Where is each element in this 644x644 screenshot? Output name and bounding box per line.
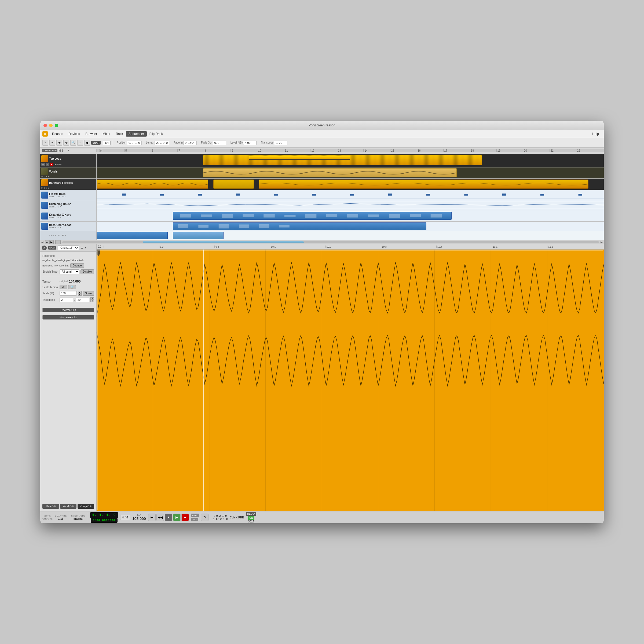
clip-bchord-lane1-a[interactable] — [97, 232, 168, 239]
timeline-mark-12: 12 — [310, 149, 337, 152]
transpose-semitones[interactable]: 2 — [60, 298, 73, 302]
track-content-bchord-3[interactable] — [97, 222, 604, 231]
track-content-expander[interactable] — [97, 210, 604, 221]
alt-button[interactable]: ALT — [191, 518, 198, 521]
dub-button[interactable]: DUB — [191, 514, 199, 517]
pos-l-value[interactable]: 9. 2. 1. 0 — [216, 514, 227, 517]
scale-button[interactable]: Scale — [83, 291, 94, 296]
bounce-button[interactable]: Bounce — [70, 263, 84, 268]
menu-rack[interactable]: Rack — [113, 131, 126, 137]
disable-button[interactable]: Disable — [81, 269, 94, 274]
fadeout-value[interactable]: 0. 0 — [213, 141, 226, 145]
time-sig[interactable]: 4 / 4 — [120, 515, 130, 520]
clip-vocals-1[interactable] — [203, 168, 457, 177]
seq-scrollbar[interactable]: ◀ ⏮ ▶ ▶ — [40, 240, 604, 244]
view-options-btn[interactable] — [55, 240, 61, 244]
stop-button[interactable]: ■ — [165, 514, 172, 521]
toolbar-tool-1[interactable]: ✎ — [42, 140, 48, 146]
seq-scrollbar-track[interactable] — [62, 241, 599, 243]
normalize-clip-button[interactable]: Normalize Clip — [42, 315, 94, 320]
level-value[interactable]: 4.99 — [243, 141, 257, 145]
tempo-value-t[interactable]: 105.000 — [132, 517, 146, 521]
detail-close-icon[interactable]: ✕ — [42, 246, 47, 250]
clip-expander-1[interactable] — [173, 212, 452, 220]
play-button[interactable]: ▶ — [173, 514, 181, 521]
grid-options-icon[interactable]: ✦ — [85, 246, 87, 249]
maximize-button[interactable] — [55, 124, 58, 127]
slice-edit-button[interactable]: Slice Edit — [42, 504, 59, 509]
clip-bass-midi[interactable] — [97, 191, 604, 199]
sync-mode-value[interactable]: Internal — [74, 517, 83, 520]
timeline-mark-5: 5 — [124, 149, 151, 152]
clip-hw-2[interactable] — [213, 180, 254, 189]
rewind-button[interactable]: ⏮ — [148, 514, 156, 521]
track-thumb-vocals — [41, 168, 48, 175]
transpose-down[interactable]: ▼ — [90, 300, 94, 302]
toolbar-tool-4[interactable]: ⊖ — [63, 140, 69, 146]
track-header-toploop: Top Loop M S ● ▶ IN▼ — [40, 154, 97, 167]
transport-prev-btn[interactable]: ⏮ — [45, 240, 49, 244]
comp-edit-button[interactable]: Comp Edit — [78, 504, 94, 509]
stretch-select[interactable]: Allround Rhythmic Melodic — [60, 269, 79, 274]
minimize-button[interactable] — [49, 124, 53, 127]
scale-pct-down[interactable]: ▼ — [78, 293, 82, 296]
track-content-bchord-1[interactable] — [97, 231, 604, 240]
transport-next-btn[interactable]: ▶ — [49, 240, 54, 244]
menu-mixer[interactable]: Mixer — [100, 131, 113, 137]
toolbar-tool-7[interactable]: ⏺ — [84, 140, 90, 146]
track-content-bass[interactable] — [97, 190, 604, 200]
transpose-cents[interactable]: 20 — [76, 298, 89, 302]
quantize-display[interactable]: 1/4 — [103, 141, 111, 145]
loop-button[interactable]: ↻ — [201, 514, 208, 521]
track-content-toploop[interactable] — [97, 154, 604, 167]
back-button[interactable]: ◀◀ — [156, 514, 164, 521]
quantize-value-t[interactable]: 1/16 — [58, 517, 63, 520]
scale-pct-up[interactable]: ▲ — [78, 291, 82, 293]
transpose-up[interactable]: ▲ — [90, 297, 94, 300]
track-content-hw[interactable] — [97, 179, 604, 190]
clip-bchord-lane1-b[interactable] — [173, 232, 224, 239]
track-rec-toploop[interactable]: ● — [50, 163, 53, 166]
clip-hw-1[interactable] — [97, 180, 208, 189]
menu-fliprack[interactable]: Flip Rack — [147, 131, 166, 137]
waveform-canvas[interactable] — [97, 250, 604, 511]
scroll-right-arrow[interactable]: ▶ — [601, 241, 603, 244]
grid-icon[interactable]: ☰ — [81, 246, 83, 249]
menu-browser[interactable]: Browser — [83, 131, 100, 137]
track-content-glistening[interactable] — [97, 200, 604, 210]
position-value[interactable]: 9. 2. 1. 0 — [127, 141, 142, 145]
seq-scrollbar-thumb[interactable] — [143, 241, 304, 243]
vocal-edit-button[interactable]: Vocal Edit — [60, 504, 77, 509]
lr-group: L 9. 2. 1. 0 R 17. 2. 1. 0 — [213, 514, 228, 521]
timeline-mark-44: 4/4 — [98, 149, 124, 152]
fadein-value[interactable]: 0. 180° — [183, 141, 197, 145]
pos-r-value[interactable]: 17. 2. 1. 0 — [216, 518, 228, 521]
toolbar-tool-5[interactable]: 🔍 — [70, 140, 76, 146]
record-button[interactable]: ● — [181, 514, 189, 521]
scale-x2-button[interactable]: x2 — [60, 285, 67, 289]
length-value[interactable]: 2. 0. 0. 0 — [155, 141, 169, 145]
menu-reason[interactable]: Reason — [49, 131, 66, 137]
toolbar-tool-6[interactable]: ↔ — [77, 140, 83, 146]
reverse-clip-button[interactable]: Reverse Clip — [42, 308, 94, 312]
menu-sequencer[interactable]: Sequencer — [126, 131, 147, 137]
scroll-left-arrow[interactable]: ◀ — [41, 241, 43, 244]
transpose-value[interactable]: 2. 20 — [274, 141, 287, 145]
track-m-toploop[interactable]: M — [41, 163, 45, 166]
track-content-vocals[interactable] — [97, 167, 604, 178]
scale-sync-button[interactable]: ⌛ — [68, 285, 76, 289]
clip-toploop-selected[interactable] — [249, 156, 350, 160]
scale-pct-input[interactable]: 100 — [60, 291, 77, 296]
clip-bchord-lane3[interactable] — [173, 222, 426, 230]
track-s-toploop[interactable]: S — [46, 163, 49, 166]
menu-devices[interactable]: Devices — [66, 131, 83, 137]
delay-on-label[interactable]: ON — [248, 516, 254, 520]
close-button[interactable] — [43, 124, 47, 127]
menu-help[interactable]: Help — [590, 131, 602, 137]
toolbar-tool-2[interactable]: ✂ — [49, 140, 55, 146]
toolbar-tool-3[interactable]: ⊕ — [56, 140, 62, 146]
track-row-glistening: Glistening House Lane 1 M ✕ — [40, 200, 604, 210]
clip-hw-3[interactable] — [259, 180, 589, 189]
clip-glistening-midi[interactable] — [97, 201, 604, 209]
grid-select[interactable]: Grid (1/16) Grid (1/8) Grid (1/4) — [58, 246, 79, 250]
